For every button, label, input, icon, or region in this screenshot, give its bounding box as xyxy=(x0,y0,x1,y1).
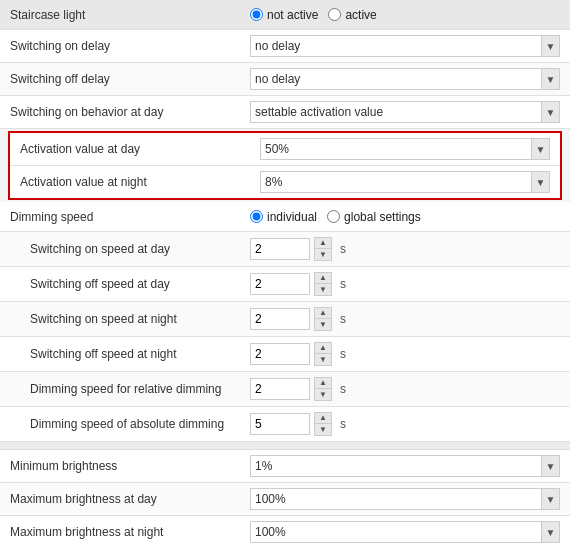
global-label: global settings xyxy=(344,210,421,224)
switching-on-behavior-dropdown[interactable]: settable activation value xyxy=(250,101,542,123)
switching-off-speed-day-buttons: ▲ ▼ xyxy=(314,272,332,296)
max-brightness-day-dropdown[interactable]: 100% xyxy=(250,488,542,510)
dimming-speed-value: individual global settings xyxy=(250,210,560,224)
minimum-brightness-row: Minimum brightness 1% ▼ xyxy=(0,450,570,483)
switching-on-speed-night-label: Switching on speed at night xyxy=(10,312,250,326)
dimming-speed-absolute-value: ▲ ▼ s xyxy=(250,412,560,436)
settings-panel: Staircase light not active active Switch… xyxy=(0,0,570,543)
dimming-speed-absolute-down[interactable]: ▼ xyxy=(315,424,331,435)
switching-on-speed-night-up[interactable]: ▲ xyxy=(315,308,331,319)
not-active-radio[interactable] xyxy=(250,8,263,21)
switching-off-speed-night-spinner: ▲ ▼ s xyxy=(250,342,346,366)
switching-off-speed-day-value: ▲ ▼ s xyxy=(250,272,560,296)
switching-on-speed-night-value: ▲ ▼ s xyxy=(250,307,560,331)
activation-value-day-dropdown[interactable]: 50% xyxy=(260,138,532,160)
staircase-light-row: Staircase light not active active xyxy=(0,0,570,30)
global-radio[interactable] xyxy=(327,210,340,223)
minimum-brightness-arrow[interactable]: ▼ xyxy=(542,455,560,477)
switching-on-speed-day-input[interactable] xyxy=(250,238,310,260)
switching-on-behavior-value: settable activation value ▼ xyxy=(250,101,560,123)
activation-value-night-value: 8% ▼ xyxy=(260,171,550,193)
switching-on-delay-value: no delay ▼ xyxy=(250,35,560,57)
dimming-speed-absolute-label: Dimming speed of absolute dimming xyxy=(10,417,250,431)
max-brightness-night-dropdown-wrap: 100% ▼ xyxy=(250,521,560,543)
max-brightness-day-dropdown-wrap: 100% ▼ xyxy=(250,488,560,510)
switching-off-speed-night-down[interactable]: ▼ xyxy=(315,354,331,365)
staircase-radio-group: not active active xyxy=(250,8,377,22)
dimming-speed-row: Dimming speed individual global settings xyxy=(0,202,570,232)
individual-label: individual xyxy=(267,210,317,224)
individual-radio-label[interactable]: individual xyxy=(250,210,317,224)
switching-off-speed-night-input[interactable] xyxy=(250,343,310,365)
dimming-speed-relative-unit: s xyxy=(340,382,346,396)
active-radio-label[interactable]: active xyxy=(328,8,376,22)
switching-on-speed-day-label: Switching on speed at day xyxy=(10,242,250,256)
dimming-speed-absolute-row: Dimming speed of absolute dimming ▲ ▼ s xyxy=(0,407,570,442)
activation-value-day-arrow[interactable]: ▼ xyxy=(532,138,550,160)
dimming-speed-absolute-input[interactable] xyxy=(250,413,310,435)
activation-value-night-dropdown[interactable]: 8% xyxy=(260,171,532,193)
dimming-speed-absolute-spinner: ▲ ▼ s xyxy=(250,412,346,436)
dimming-speed-relative-value: ▲ ▼ s xyxy=(250,377,560,401)
max-brightness-day-value: 100% ▼ xyxy=(250,488,560,510)
switching-on-delay-row: Switching on delay no delay ▼ xyxy=(0,30,570,63)
dimming-speed-relative-up[interactable]: ▲ xyxy=(315,378,331,389)
dimming-speed-radio-group: individual global settings xyxy=(250,210,421,224)
minimum-brightness-dropdown[interactable]: 1% xyxy=(250,455,542,477)
switching-on-speed-day-buttons: ▲ ▼ xyxy=(314,237,332,261)
activation-value-night-dropdown-wrap: 8% ▼ xyxy=(260,171,550,193)
minimum-brightness-label: Minimum brightness xyxy=(10,459,250,473)
not-active-radio-label[interactable]: not active xyxy=(250,8,318,22)
max-brightness-day-row: Maximum brightness at day 100% ▼ xyxy=(0,483,570,516)
switching-on-delay-arrow[interactable]: ▼ xyxy=(542,35,560,57)
max-brightness-night-arrow[interactable]: ▼ xyxy=(542,521,560,543)
dimming-speed-absolute-unit: s xyxy=(340,417,346,431)
staircase-light-label: Staircase light xyxy=(10,8,250,22)
switching-on-speed-day-down[interactable]: ▼ xyxy=(315,249,331,260)
switching-off-speed-day-label: Switching off speed at day xyxy=(10,277,250,291)
switching-off-delay-label: Switching off delay xyxy=(10,72,250,86)
minimum-brightness-value: 1% ▼ xyxy=(250,455,560,477)
switching-off-speed-day-up[interactable]: ▲ xyxy=(315,273,331,284)
switching-on-behavior-arrow[interactable]: ▼ xyxy=(542,101,560,123)
max-brightness-night-row: Maximum brightness at night 100% ▼ xyxy=(0,516,570,543)
switching-on-speed-day-spinner: ▲ ▼ s xyxy=(250,237,346,261)
activation-value-day-value: 50% ▼ xyxy=(260,138,550,160)
switching-off-delay-row: Switching off delay no delay ▼ xyxy=(0,63,570,96)
max-brightness-day-label: Maximum brightness at day xyxy=(10,492,250,506)
switching-on-speed-day-up[interactable]: ▲ xyxy=(315,238,331,249)
active-radio[interactable] xyxy=(328,8,341,21)
dimming-speed-relative-label: Dimming speed for relative dimming xyxy=(10,382,250,396)
switching-off-speed-night-value: ▲ ▼ s xyxy=(250,342,560,366)
max-brightness-night-dropdown[interactable]: 100% xyxy=(250,521,542,543)
dimming-speed-relative-input[interactable] xyxy=(250,378,310,400)
switching-off-delay-dropdown[interactable]: no delay xyxy=(250,68,542,90)
switching-on-speed-day-unit: s xyxy=(340,242,346,256)
not-active-label: not active xyxy=(267,8,318,22)
staircase-light-value: not active active xyxy=(250,8,560,22)
switching-off-speed-night-buttons: ▲ ▼ xyxy=(314,342,332,366)
switching-on-speed-night-unit: s xyxy=(340,312,346,326)
global-radio-label[interactable]: global settings xyxy=(327,210,421,224)
switching-on-speed-day-row: Switching on speed at day ▲ ▼ s xyxy=(0,232,570,267)
switching-on-speed-night-row: Switching on speed at night ▲ ▼ s xyxy=(0,302,570,337)
switching-on-speed-night-input[interactable] xyxy=(250,308,310,330)
dimming-speed-absolute-up[interactable]: ▲ xyxy=(315,413,331,424)
switching-off-speed-day-down[interactable]: ▼ xyxy=(315,284,331,295)
switching-off-speed-night-up[interactable]: ▲ xyxy=(315,343,331,354)
switching-on-speed-night-down[interactable]: ▼ xyxy=(315,319,331,330)
activation-value-night-label: Activation value at night xyxy=(20,175,260,189)
activation-value-night-arrow[interactable]: ▼ xyxy=(532,171,550,193)
dimming-speed-relative-down[interactable]: ▼ xyxy=(315,389,331,400)
switching-on-speed-night-spinner: ▲ ▼ s xyxy=(250,307,346,331)
switching-off-delay-arrow[interactable]: ▼ xyxy=(542,68,560,90)
switching-off-speed-day-input[interactable] xyxy=(250,273,310,295)
max-brightness-day-arrow[interactable]: ▼ xyxy=(542,488,560,510)
switching-on-delay-dropdown[interactable]: no delay xyxy=(250,35,542,57)
switching-on-speed-night-buttons: ▲ ▼ xyxy=(314,307,332,331)
switching-off-speed-day-unit: s xyxy=(340,277,346,291)
switching-off-speed-night-unit: s xyxy=(340,347,346,361)
individual-radio[interactable] xyxy=(250,210,263,223)
switching-off-speed-night-row: Switching off speed at night ▲ ▼ s xyxy=(0,337,570,372)
activation-value-day-row: Activation value at day 50% ▼ xyxy=(10,133,560,166)
